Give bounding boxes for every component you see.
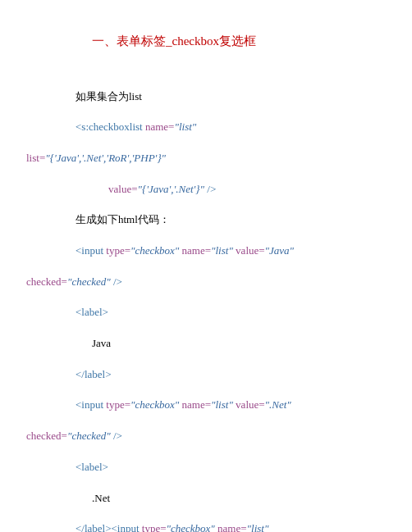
code-line: <input type="checkbox" name="list" value…: [76, 243, 386, 259]
code-line: <label>: [76, 460, 386, 475]
code-line: </label>: [76, 367, 386, 383]
code-line: checked="checked" />: [26, 275, 386, 290]
code-line: <label>: [76, 305, 386, 321]
text-line: 如果集合为list: [76, 89, 386, 105]
code-line: list="{'Java','.Net','RoR','PHP'}": [26, 151, 386, 166]
code-line: <s:checkboxlist name="list": [76, 120, 386, 135]
code-line: <input type="checkbox" name="list" value…: [76, 398, 386, 413]
code-line: .Net: [92, 491, 386, 507]
code-line: </label><input type="checkbox" name="lis…: [76, 521, 386, 532]
code-line: checked="checked" />: [26, 429, 386, 444]
code-line: Java: [92, 336, 386, 352]
section-title: 一、表单标签_checkbox复选框: [92, 33, 386, 51]
text-line: 生成如下html代码：: [76, 212, 386, 228]
code-line: value="{'Java','.Net'}" />: [108, 182, 386, 198]
code-block: 如果集合为list <s:checkboxlist name="list" li…: [26, 74, 386, 532]
